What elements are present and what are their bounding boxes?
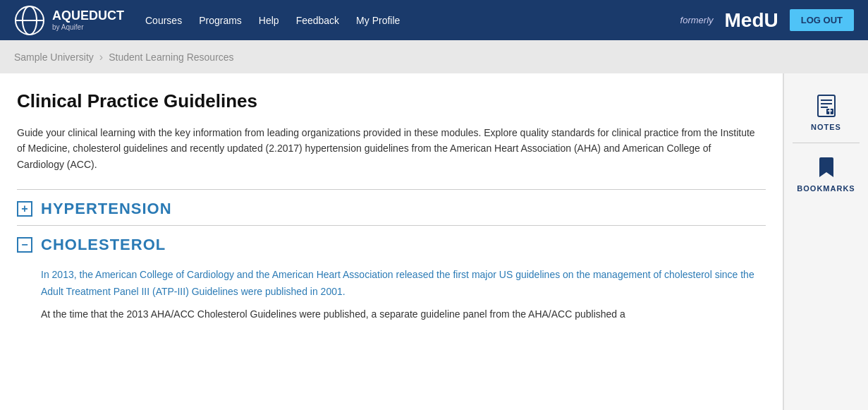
logo-sub: by Aquifer: [52, 23, 124, 31]
breadcrumb-separator: ›: [99, 51, 103, 64]
main-header: AQUEDUCT by Aquifer Courses Programs Hel…: [0, 0, 868, 40]
sidebar-bookmarks[interactable]: BOOKMARKS: [784, 146, 868, 201]
section-cholesterol-header[interactable]: − CHOLESTEROL: [17, 236, 766, 254]
logo-icon: [14, 5, 45, 36]
main-container: Clinical Practice Guidelines Guide your …: [0, 73, 868, 410]
breadcrumb-current: Student Learning Resources: [109, 52, 233, 63]
sidebar: NOTES BOOKMARKS: [783, 73, 868, 410]
section-cholesterol: − CHOLESTEROL In 2013, the American Coll…: [17, 225, 766, 322]
notes-label: NOTES: [811, 123, 841, 131]
logo-area: AQUEDUCT by Aquifer: [14, 5, 124, 36]
sidebar-notes[interactable]: NOTES: [784, 85, 868, 140]
intro-text: Guide your clinical learning with the ke…: [17, 125, 757, 172]
logo-text-block: AQUEDUCT by Aquifer: [52, 9, 124, 31]
header-right: formerly MedU LOG OUT: [680, 9, 854, 32]
nav-feedback[interactable]: Feedback: [296, 15, 339, 26]
nav-courses[interactable]: Courses: [145, 15, 182, 26]
nav-programs[interactable]: Programs: [199, 15, 242, 26]
content-area: Clinical Practice Guidelines Guide your …: [0, 73, 783, 410]
header-left: AQUEDUCT by Aquifer Courses Programs Hel…: [14, 5, 400, 36]
cholesterol-link[interactable]: In 2013, the American College of Cardiol…: [41, 269, 754, 297]
formerly-label: formerly: [680, 15, 714, 25]
toggle-hypertension-icon[interactable]: +: [17, 201, 32, 217]
section-hypertension: + HYPERTENSION: [17, 189, 766, 218]
bookmarks-label: BOOKMARKS: [797, 184, 855, 193]
bookmarks-icon: [814, 155, 839, 180]
medu-label: MedU: [725, 9, 778, 32]
breadcrumb: Sample University › Student Learning Res…: [0, 40, 868, 73]
section-cholesterol-title: CHOLESTEROL: [41, 236, 166, 254]
section-cholesterol-content: In 2013, the American College of Cardiol…: [17, 261, 766, 322]
section-hypertension-title: HYPERTENSION: [41, 200, 172, 218]
toggle-cholesterol-icon[interactable]: −: [17, 237, 32, 253]
nav-my-profile[interactable]: My Profile: [356, 15, 400, 26]
logout-button[interactable]: LOG OUT: [790, 9, 854, 31]
logo-name: AQUEDUCT: [52, 9, 124, 23]
section-hypertension-header[interactable]: + HYPERTENSION: [17, 200, 766, 218]
notes-icon: [814, 93, 839, 119]
main-nav: Courses Programs Help Feedback My Profil…: [145, 15, 400, 26]
page-title: Clinical Practice Guidelines: [17, 90, 766, 112]
nav-help[interactable]: Help: [259, 15, 279, 26]
breadcrumb-parent[interactable]: Sample University: [14, 52, 94, 63]
cholesterol-text2: At the time that the 2013 AHA/ACC Choles…: [41, 306, 766, 323]
sidebar-divider: [793, 143, 860, 143]
